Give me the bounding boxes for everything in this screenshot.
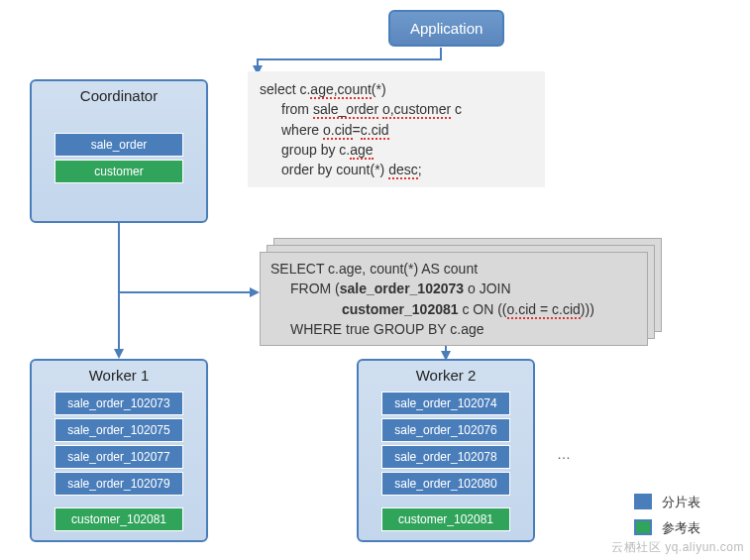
coordinator-table-customer: customer — [54, 160, 183, 183]
legend-shard-key — [634, 494, 652, 509]
sql2-line1: SELECT c.age, count(*) AS count — [270, 259, 637, 279]
sql2-line4: WHERE true GROUP BY c.age — [270, 319, 637, 339]
legend-shard-label: 分片表 — [662, 494, 700, 511]
application-node: Application — [388, 10, 504, 47]
worker1-shard-0: sale_order_102073 — [54, 392, 183, 415]
worker2-title: Worker 2 — [365, 367, 527, 384]
svg-marker-1 — [114, 349, 124, 359]
worker1-shard-3: sale_order_102079 — [54, 472, 183, 496]
worker1-ref: customer_102081 — [54, 507, 183, 531]
worker1-shard-2: sale_order_102077 — [54, 445, 183, 469]
worker1-shard-1: sale_order_102075 — [54, 418, 183, 442]
sql-original: select c.age,count(*) from sale_order o,… — [248, 71, 545, 187]
worker2-shard-1: sale_order_102076 — [381, 418, 510, 442]
worker2-node: Worker 2 sale_order_102074 sale_order_10… — [357, 359, 535, 542]
worker2-shard-2: sale_order_102078 — [381, 445, 510, 469]
svg-marker-2 — [250, 287, 260, 297]
worker2-shard-0: sale_order_102074 — [381, 392, 510, 415]
sql1-line3: where o.cid=c.cid — [260, 120, 533, 140]
coordinator-node: Coordinator sale_order customer — [30, 79, 208, 223]
worker1-node: Worker 1 sale_order_102073 sale_order_10… — [30, 359, 208, 542]
watermark: 云栖社区 yq.aliyun.com — [611, 539, 744, 556]
sql-rewritten-stack: SELECT c.age, count(*) AS count FROM (sa… — [260, 238, 648, 332]
application-label: Application — [410, 20, 482, 37]
sql1-line4: group by c.age — [260, 140, 533, 160]
sql1-line5: order by count(*) desc; — [260, 160, 533, 179]
more-workers-ellipsis: … — [557, 446, 571, 462]
legend-ref-key — [634, 519, 652, 535]
worker2-shard-3: sale_order_102080 — [381, 472, 510, 496]
sql-rewritten: SELECT c.age, count(*) AS count FROM (sa… — [260, 252, 648, 346]
coordinator-title: Coordinator — [38, 87, 200, 104]
sql1-line2: from sale_order o,customer c — [260, 99, 533, 119]
worker2-ref: customer_102081 — [381, 507, 510, 531]
sql2-line2: FROM (sale_order_102073 o JOIN — [270, 279, 637, 298]
coordinator-table-sale-order: sale_order — [54, 133, 183, 157]
worker1-title: Worker 1 — [38, 367, 200, 384]
legend-ref-label: 参考表 — [662, 519, 700, 537]
sql1-line1: select c.age,count(*) — [260, 79, 533, 99]
sql2-line3: customer_102081 c ON ((o.cid = c.cid))) — [270, 299, 637, 319]
